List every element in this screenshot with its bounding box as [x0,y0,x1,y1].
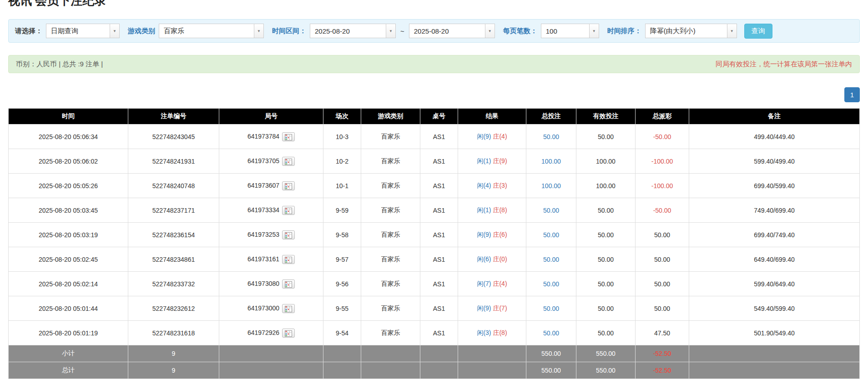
result-banker: 庄(0) [493,255,507,263]
chevron-down-icon[interactable]: ▼ [110,24,119,38]
cell-payout: 50.00 [636,296,689,321]
round-id-text: 641973253 [247,230,279,238]
subtotal-row: 小计 9 550.00 550.00 -52.50 [9,345,860,362]
cell-payout: -100.00 [636,174,689,198]
date-from-value: 2025-08-20 [310,24,386,38]
cell-total-bet[interactable]: 50.00 [526,321,576,345]
cell-game-type: 百家乐 [361,125,420,149]
cell-remark: 499.40/449.40 [689,125,860,149]
cell-total-bet[interactable]: 50.00 [526,272,576,296]
cell-total-bet[interactable]: 50.00 [526,198,576,223]
page-size-input[interactable]: 100 ▼ [541,24,599,38]
cell-game-type: 百家乐 [361,174,420,198]
view-road-button[interactable] [282,206,295,215]
cell-time: 2025-08-20 05:01:44 [9,296,128,321]
cell-bet-id: 522748237171 [128,198,219,223]
round-id-text: 641973161 [247,255,279,262]
sort-order-select[interactable]: 降幂(由大到小) ▼ [645,24,737,38]
cell-total-bet[interactable]: 50.00 [526,223,576,247]
view-road-button[interactable] [282,255,295,264]
cell-time: 2025-08-20 05:06:34 [9,125,128,149]
cell-round-id: 641973705 [219,149,323,174]
header-row: 时间 注单编号 局号 场次 游戏类别 桌号 结果 总投注 有效投注 总派彩 备注 [9,109,860,125]
date-from-input[interactable]: 2025-08-20 ▼ [310,24,396,38]
road-map-icon [285,330,292,337]
chevron-down-icon[interactable]: ▼ [727,24,737,38]
header-valid-bet: 有效投注 [576,109,636,125]
total-payout: -52.50 [636,362,689,379]
game-type-select[interactable]: 百家乐 ▼ [159,24,264,38]
game-type-label: 游戏类别 [128,27,155,35]
chevron-down-icon[interactable]: ▼ [485,24,495,38]
round-id-text: 641973080 [247,279,279,287]
result-banker: 庄(7) [493,304,507,312]
cell-result: 闲(7) 庄(4) [458,272,526,296]
view-road-button[interactable] [282,181,295,190]
view-road-button[interactable] [282,329,295,338]
cell-game-type: 百家乐 [361,198,420,223]
subtotal-payout: -52.50 [636,345,689,362]
subtotal-count: 9 [128,345,219,362]
cell-round-id: 641972926 [219,321,323,345]
result-banker: 庄(3) [493,182,507,189]
query-type-select[interactable]: 日期查询 ▼ [46,24,120,38]
subtotal-empty [361,345,420,362]
result-player: 闲(6) [477,255,491,263]
header-session: 场次 [323,109,361,125]
cell-total-bet[interactable]: 50.00 [526,247,576,272]
date-range-separator: ~ [399,27,405,35]
main-container: 视讯 会员下注纪录 请选择： 日期查询 ▼ 游戏类别 百家乐 ▼ 时间区间： 2… [8,0,860,379]
cell-total-bet[interactable]: 100.00 [526,174,576,198]
view-road-button[interactable] [282,304,295,313]
cell-bet-id: 522748231618 [128,321,219,345]
cell-bet-id: 522748241931 [128,149,219,174]
cell-payout: -50.00 [636,198,689,223]
chevron-down-icon[interactable]: ▼ [386,24,395,38]
total-empty [361,362,420,379]
cell-time: 2025-08-20 05:02:14 [9,272,128,296]
view-road-button[interactable] [282,230,295,239]
total-count: 9 [128,362,219,379]
header-remark: 备注 [689,109,860,125]
date-to-input[interactable]: 2025-08-20 ▼ [409,24,495,38]
cell-table-no: AS1 [420,198,458,223]
round-id-text: 641972926 [247,329,279,336]
cell-valid-bet: 50.00 [576,125,636,149]
cell-total-bet[interactable]: 100.00 [526,149,576,174]
records-table: 时间 注单编号 局号 场次 游戏类别 桌号 结果 总投注 有效投注 总派彩 备注… [8,108,860,379]
header-payout: 总派彩 [636,109,689,125]
cell-result: 闲(1) 庄(9) [458,149,526,174]
cell-total-bet[interactable]: 50.00 [526,296,576,321]
result-banker: 庄(4) [493,280,507,287]
table-row: 2025-08-20 05:06:34 522748243045 6419737… [9,125,860,149]
view-road-button[interactable] [282,132,295,141]
cell-total-bet[interactable]: 50.00 [526,125,576,149]
cell-valid-bet: 50.00 [576,296,636,321]
search-button[interactable]: 查询 [744,24,772,39]
view-road-button[interactable] [282,279,295,289]
road-map-icon [285,281,292,288]
cell-result: 闲(6) 庄(0) [458,247,526,272]
cell-valid-bet: 50.00 [576,272,636,296]
header-game-type: 游戏类别 [361,109,420,125]
result-banker: 庄(8) [493,206,507,214]
view-road-button[interactable] [282,157,295,166]
sort-order-label: 时间排序： [607,27,641,35]
result-player: 闲(9) [477,231,491,238]
road-map-icon [285,257,292,263]
currency-total-text: 币别：人民币 | 总共 :9 注单 | [16,60,103,69]
road-map-icon [285,183,292,190]
page-button-1[interactable]: 1 [844,87,860,102]
cell-result: 闲(9) 庄(7) [458,296,526,321]
cell-session: 9-58 [323,223,361,247]
subtotal-empty [689,345,860,362]
cell-session: 9-55 [323,296,361,321]
cell-result: 闲(4) 庄(3) [458,174,526,198]
total-empty [219,362,323,379]
cell-game-type: 百家乐 [361,321,420,345]
chevron-down-icon[interactable]: ▼ [589,24,599,38]
chevron-down-icon[interactable]: ▼ [254,24,263,38]
cell-bet-id: 522748236154 [128,223,219,247]
cell-remark: 599.40/499.40 [689,149,860,174]
cell-game-type: 百家乐 [361,272,420,296]
